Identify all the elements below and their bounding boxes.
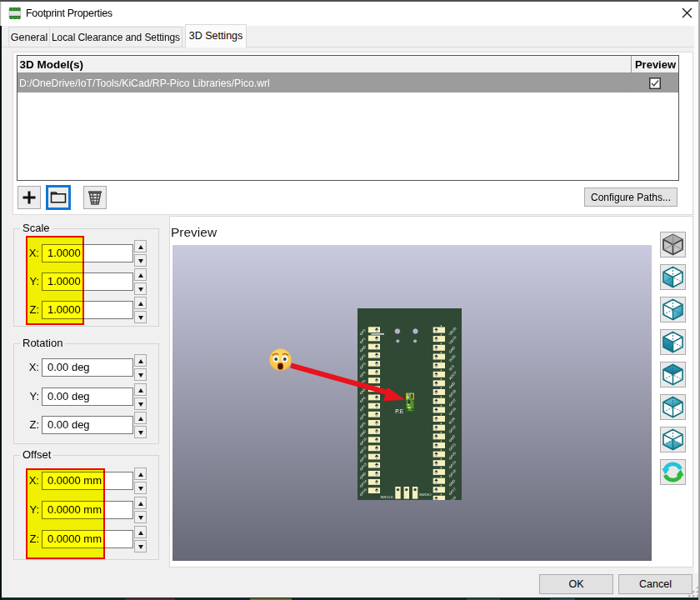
svg-text:SWCLK: SWCLK xyxy=(381,495,393,499)
svg-text:P.E: P.E xyxy=(395,408,404,414)
svg-text:SWDIO: SWDIO xyxy=(419,492,432,497)
